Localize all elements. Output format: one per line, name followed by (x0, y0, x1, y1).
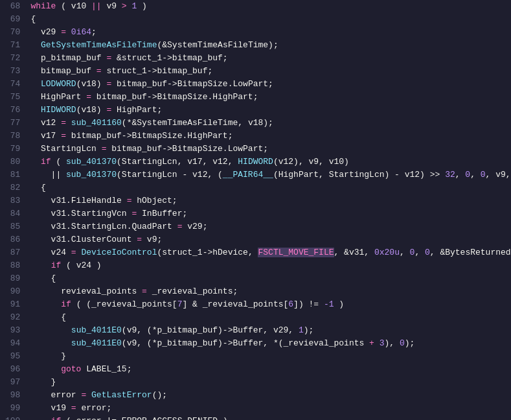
token: = (122, 196, 137, 205)
token: error (81, 403, 106, 413)
token: ( v24 ) (61, 261, 101, 270)
token: = (81, 92, 96, 102)
code-line: v12 = sub_401160(*&SystemTimeAsFileTime,… (30, 117, 511, 130)
token: bitmap_buf->BitmapSize.LowPart (111, 144, 263, 154)
token: (v9, (*p_bitmap_buf)->Buffer, v29, (122, 325, 299, 335)
token: ( (56, 1, 71, 11)
token: DeviceIoControl (81, 248, 157, 257)
token (30, 40, 41, 50)
line-number: 71 (5, 39, 20, 52)
token (30, 364, 61, 374)
token: _revieval_points (152, 286, 233, 296)
token: ; (253, 92, 258, 102)
token: ; (157, 105, 162, 115)
token: ; (157, 235, 162, 244)
token: , (400, 248, 410, 257)
token: (v12), v9, v10) (273, 157, 349, 167)
token: revieval_points (30, 286, 137, 296)
token: hObject (137, 196, 172, 205)
token: ( (51, 157, 66, 167)
token: sub_4011E0 (71, 325, 122, 335)
token: } (30, 377, 56, 387)
line-number: 77 (5, 117, 20, 130)
code-line: if ( (_revieval_points[7] & _revieval_po… (30, 298, 511, 311)
token: ; (106, 403, 111, 413)
token: ), (385, 338, 400, 348)
token: sub_401160 (71, 118, 122, 128)
token: bitmap_buf (30, 66, 91, 76)
token: ) (218, 416, 228, 420)
token: HIDWORD (41, 105, 76, 115)
line-number: 95 (5, 350, 20, 363)
token: 0 (465, 170, 470, 180)
token: (v9, (*p_bitmap_buf)->Buffer, *( (122, 338, 284, 348)
token: = (102, 53, 117, 63)
code-line: v31.ClusterCount = v9; (30, 233, 511, 246)
token: (*& (122, 118, 137, 128)
code-line: GetSystemTimeAsFileTime(&SystemTimeAsFil… (30, 39, 511, 52)
token: while (30, 1, 56, 11)
code-line: || sub_401370(StartingLcn - v12, (__PAIR… (30, 169, 511, 181)
token: SystemTimeAsFileTime (167, 40, 268, 50)
token: ); (304, 325, 314, 335)
code-line: goto LABEL_15; (30, 363, 511, 376)
line-number: 68 (5, 0, 20, 13)
line-number: 98 (5, 389, 20, 402)
token: v29 (30, 27, 56, 37)
token: ) (137, 1, 147, 11)
token: v31.FileHandle (30, 196, 121, 205)
token: FSCTL_MOVE_FILE (258, 248, 334, 257)
token: ( (_revieval_points[ (71, 299, 177, 309)
token: SystemTimeAsFileTime (137, 118, 238, 128)
code-line: v19 = error; (30, 402, 511, 415)
token: 0x20u (374, 248, 400, 257)
line-number: 88 (5, 259, 20, 272)
line-number: 73 (5, 65, 20, 78)
token: GetSystemTimeAsFileTime (41, 40, 157, 50)
code-line: revieval_points = _revieval_points; (30, 285, 511, 298)
token: , (414, 248, 425, 257)
token: StartingLcn (30, 144, 96, 154)
token: bitmap_buf->BitmapSize.HighPart (71, 131, 228, 141)
code-line: } (30, 376, 511, 389)
token: ERROR_ACCESS_DENIED (122, 416, 218, 420)
token: LODWORD (41, 79, 76, 89)
token: struct_1->bitmap_buf (106, 66, 207, 76)
token: = (56, 131, 71, 141)
token: ; (268, 79, 273, 89)
token: __PAIR64__ (223, 170, 273, 180)
token: > (117, 1, 131, 11)
token: } (30, 351, 66, 361)
token: if (51, 261, 62, 270)
code-line: HIDWORD(v18) = HighPart; (30, 104, 511, 117)
token: error (30, 390, 76, 400)
token (30, 416, 51, 420)
token: (v18) (76, 79, 102, 89)
token: ); (405, 338, 415, 348)
token: + (364, 338, 379, 348)
token: HighPart (30, 92, 81, 102)
line-number: 86 (5, 233, 20, 246)
code-line: { (30, 13, 511, 26)
token: ; (263, 144, 268, 154)
token: 6 (288, 299, 293, 309)
line-number: 83 (5, 194, 20, 207)
line-number: 76 (5, 104, 20, 117)
token: sub_401370 (66, 157, 117, 167)
token: ; (233, 286, 238, 296)
token: (); (152, 390, 167, 400)
token: (& (157, 40, 167, 50)
token: v31.StartingLcn.QuadPart (30, 222, 172, 231)
line-number: 72 (5, 52, 20, 65)
token: = (66, 403, 81, 413)
token: , v18); (238, 118, 273, 128)
line-number: 81 (5, 169, 20, 181)
token: -1 (324, 299, 334, 309)
token: v9 (147, 235, 157, 244)
token: 32 (445, 170, 455, 180)
token: v29 (187, 222, 202, 231)
token: = (172, 222, 187, 231)
token: { (30, 274, 56, 283)
token: v31.ClusterCount (30, 235, 131, 244)
line-number: 90 (5, 285, 20, 298)
